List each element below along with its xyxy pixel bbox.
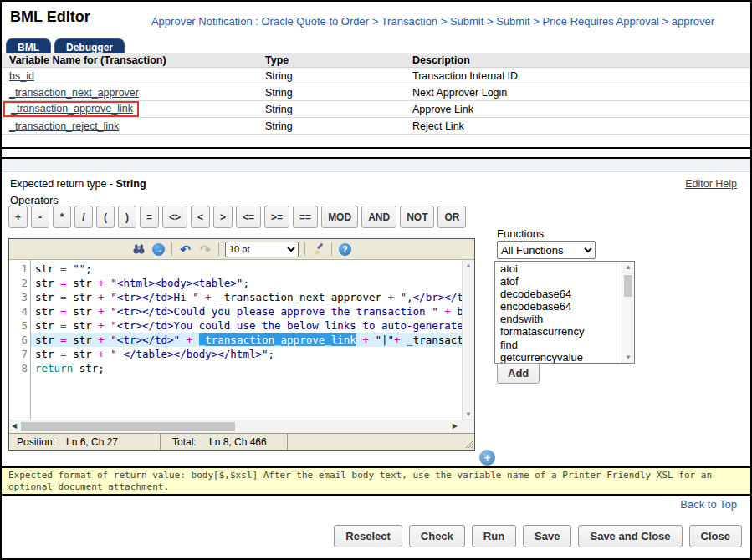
save-button[interactable]: Save xyxy=(523,525,571,547)
function-list-item[interactable]: formatascurrency xyxy=(495,325,622,338)
table-row: _transaction_reject_linkStringReject Lin… xyxy=(2,118,750,135)
code-area[interactable]: str = "";str = str + "<html><body><table… xyxy=(31,260,462,420)
variable-link[interactable]: _transaction_approve_link xyxy=(11,103,133,115)
variable-name-cell: _transaction_approve_link xyxy=(2,101,265,117)
variable-link[interactable]: _transaction_reject_link xyxy=(9,120,119,132)
code-token: "<html><body><table>" xyxy=(110,277,243,289)
vertical-scrollbar[interactable]: ▲ ▼ xyxy=(462,260,474,420)
resize-grip[interactable] xyxy=(463,439,473,449)
code-token: str xyxy=(35,319,60,332)
run-button[interactable]: Run xyxy=(472,525,516,547)
breadcrumb[interactable]: Approver Notification : Oracle Quote to … xyxy=(127,15,739,28)
close-button[interactable]: Close xyxy=(689,525,742,547)
function-list-item[interactable]: atoi xyxy=(495,262,622,275)
scroll-right-icon[interactable]: ▶ xyxy=(453,422,458,430)
function-list-item[interactable]: endswith xyxy=(495,313,622,325)
functions-label: Functions xyxy=(497,227,544,240)
function-list-item[interactable]: encodebase64 xyxy=(495,300,622,313)
undo-icon[interactable]: ↶ xyxy=(178,242,192,257)
function-list-item[interactable]: find xyxy=(495,339,622,351)
operator-button[interactable]: < xyxy=(191,206,210,228)
code-token: + xyxy=(362,333,369,346)
operator-button[interactable]: = xyxy=(140,206,159,228)
editor-toolbar: → ↶ ↷ 10 pt ? xyxy=(9,239,474,260)
operator-button[interactable]: - xyxy=(31,206,49,228)
code-line: str = str + "<html><body><table>"; xyxy=(31,276,462,290)
add-function-button[interactable]: Add xyxy=(497,363,540,384)
footer-button-bar: ReselectCheckRunSaveSave and CloseClose xyxy=(334,525,742,547)
functions-scrollbar-thumb[interactable] xyxy=(624,275,632,297)
code-token: ; xyxy=(269,348,275,360)
goto-line-icon[interactable]: → xyxy=(151,242,166,257)
operator-button[interactable]: + xyxy=(8,206,28,228)
code-token xyxy=(394,291,401,303)
code-token: + xyxy=(205,291,212,303)
reselect-button[interactable]: Reselect xyxy=(334,525,402,547)
code-token: + xyxy=(98,333,105,346)
operator-button[interactable]: OR xyxy=(437,206,466,228)
find-icon[interactable] xyxy=(131,242,146,257)
code-token: " </table></body></html>" xyxy=(110,348,268,360)
function-list-item[interactable]: getcurrencyvalue xyxy=(495,351,622,363)
add-circle-icon[interactable]: + xyxy=(479,450,495,466)
line-number: 5 xyxy=(9,318,28,333)
operator-button[interactable]: / xyxy=(74,206,93,228)
operator-button[interactable]: ( xyxy=(96,206,115,228)
code-token: _transaction_next_approver xyxy=(212,291,388,303)
return-format-note: Expected format of return value: body[$,… xyxy=(2,466,750,496)
code-token: + xyxy=(98,319,105,332)
description-cell: Transaction Internal ID xyxy=(412,70,750,82)
scroll-up-icon[interactable]: ▲ xyxy=(622,263,634,271)
format-brush-icon[interactable] xyxy=(311,242,325,257)
function-list-item[interactable]: atof xyxy=(495,275,622,288)
code-token: str; xyxy=(73,362,105,374)
toolbar-separator xyxy=(304,242,305,256)
font-size-select[interactable]: 10 pt xyxy=(225,242,299,257)
description-cell: Next Approver Login xyxy=(412,87,750,99)
annotation-red-box: _transaction_approve_link xyxy=(3,101,139,117)
function-list-item[interactable]: decodebase64 xyxy=(495,288,622,300)
operator-button[interactable]: > xyxy=(213,206,233,228)
scroll-down-icon[interactable]: ▼ xyxy=(622,354,634,361)
variable-link[interactable]: _transaction_next_approver xyxy=(9,87,139,99)
column-header-description: Description xyxy=(412,54,750,66)
code-token: = xyxy=(60,333,67,346)
operator-button[interactable]: <= xyxy=(236,206,261,228)
save-and-close-button[interactable]: Save and Close xyxy=(578,525,682,547)
redo-icon[interactable]: ↷ xyxy=(198,242,212,257)
variable-link[interactable]: bs_id xyxy=(9,70,34,82)
operator-button[interactable]: * xyxy=(53,206,71,228)
line-number-gutter: 12345678 xyxy=(9,260,31,420)
horizontal-scrollbar[interactable]: ◀ ▶ xyxy=(9,420,474,433)
scroll-left-icon[interactable]: ◀ xyxy=(12,422,17,430)
operator-button[interactable]: >= xyxy=(264,206,289,228)
horizontal-scrollbar-thumb[interactable] xyxy=(21,422,235,431)
code-editor: → ↶ ↷ 10 pt ? 12345678 str = "";str = st… xyxy=(8,238,475,451)
editor-help-link[interactable]: Editor Help xyxy=(685,178,737,190)
back-to-top-link[interactable]: Back to Top xyxy=(680,498,737,511)
functions-scrollbar[interactable]: ▲ ▼ xyxy=(622,262,634,363)
operator-button[interactable]: NOT xyxy=(400,206,434,228)
code-token: + xyxy=(98,348,105,360)
operator-button[interactable]: ) xyxy=(118,206,136,228)
toolbar-separator xyxy=(331,242,332,256)
scroll-up-icon[interactable]: ▲ xyxy=(463,262,474,269)
code-token: str xyxy=(35,291,60,303)
table-row: _transaction_next_approverStringNext App… xyxy=(2,84,750,101)
return-type-value: String xyxy=(115,178,146,190)
check-button[interactable]: Check xyxy=(409,525,465,547)
scroll-down-icon[interactable]: ▼ xyxy=(463,410,474,418)
column-header-type: Type xyxy=(265,54,412,66)
code-token: "" xyxy=(73,262,85,275)
table-row: bs_idStringTransaction Internal ID xyxy=(2,68,750,84)
operator-button[interactable]: == xyxy=(293,206,318,228)
table-row: _transaction_approve_linkStringApprove L… xyxy=(2,101,750,118)
type-cell: String xyxy=(265,87,412,99)
line-number: 3 xyxy=(9,290,28,304)
help-icon[interactable]: ? xyxy=(338,242,352,257)
operator-button[interactable]: AND xyxy=(361,206,396,228)
functions-filter-select[interactable]: All Functions xyxy=(497,241,596,259)
operator-button[interactable]: MOD xyxy=(321,206,358,228)
functions-listbox[interactable]: atoiatofdecodebase64encodebase64endswith… xyxy=(494,261,635,364)
operator-button[interactable]: <> xyxy=(162,206,187,228)
